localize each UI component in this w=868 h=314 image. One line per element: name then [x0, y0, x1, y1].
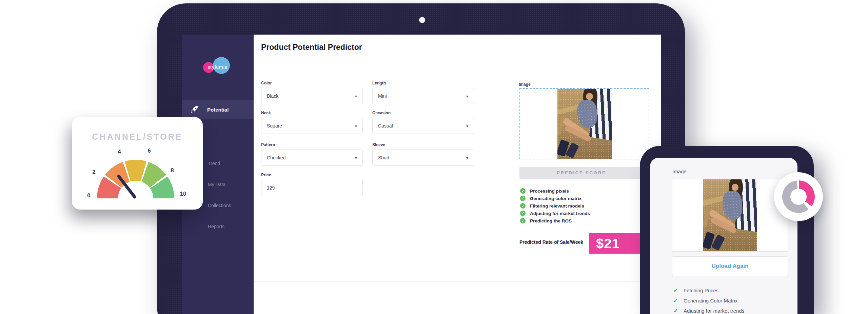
- channel-store-gauge-card: CHANNEL/STORE 0 2 4 6 8 10: [72, 117, 203, 210]
- sidebar-item-collections[interactable]: Collections: [208, 203, 254, 210]
- chevron-down-icon: [355, 123, 357, 129]
- field-label: Pattern: [261, 142, 363, 147]
- image-label: Image: [519, 82, 531, 87]
- step-text: Processing pixels: [530, 189, 569, 194]
- gauge-tick: 10: [180, 191, 186, 197]
- prediction-steps: Processing pixels Generating color matri…: [520, 187, 590, 224]
- page-title: Product Potential Predictor: [261, 43, 362, 52]
- field-label: Color: [261, 81, 363, 85]
- check-circle-icon: [520, 196, 526, 201]
- select-value: Checked: [267, 155, 285, 160]
- check-circle-icon: [520, 188, 526, 194]
- field-price: Price 129: [261, 173, 363, 196]
- step-row: Predicting the ROS: [520, 217, 590, 224]
- logo-text: stylumia: [182, 64, 254, 70]
- check-circle-icon: [520, 203, 526, 209]
- select-value: Short: [378, 155, 389, 160]
- progress-donut-icon: [782, 180, 815, 213]
- gauge-tick: 0: [87, 192, 90, 199]
- chevron-down-icon: [355, 155, 357, 160]
- sleeve-select[interactable]: Short: [372, 150, 474, 166]
- input-value: 129: [267, 185, 275, 191]
- product-photo: [703, 179, 757, 251]
- step-text: Adjusting for market trends: [530, 211, 590, 216]
- chevron-down-icon: [355, 93, 357, 99]
- rocket-icon: [190, 105, 199, 114]
- sidebar-item-label: Potential: [207, 107, 229, 113]
- select-value: Mini: [378, 93, 387, 99]
- field-label: Occasion: [372, 111, 474, 115]
- phone-image-box: [672, 179, 788, 252]
- select-value: Square: [267, 123, 282, 129]
- predicted-rate-label: Predicted Rate of Sale/Week: [519, 239, 583, 245]
- chevron-down-icon: [466, 93, 468, 99]
- step-row: Generating Color Matrix: [673, 295, 744, 306]
- gauge-tick: 8: [171, 167, 174, 174]
- color-select[interactable]: Black: [261, 88, 363, 104]
- step-row: Processing pixels: [520, 187, 590, 195]
- step-row: Adjusting for market trends: [520, 210, 590, 217]
- gauge-tick: 2: [92, 169, 95, 176]
- section-divider: [254, 281, 661, 282]
- field-pattern: Pattern Checked: [261, 142, 363, 166]
- select-value: Black: [267, 93, 278, 99]
- step-row: Fetching Prices: [673, 285, 744, 295]
- check-circle-icon: [520, 211, 526, 216]
- chevron-down-icon: [466, 123, 468, 129]
- step-row: Generating color matrix: [520, 195, 590, 202]
- phone-steps: Fetching Prices Generating Color Matrix …: [673, 285, 744, 314]
- occasion-select[interactable]: Casual: [372, 118, 474, 134]
- field-label: Neck: [261, 111, 363, 115]
- select-value: Casual: [378, 123, 393, 129]
- predicted-rate-value: $21: [596, 236, 620, 251]
- pattern-select[interactable]: Checked: [261, 150, 363, 166]
- field-label: Length: [372, 81, 474, 85]
- step-text: Predicting the ROS: [530, 218, 572, 223]
- sidebar-item-my-data[interactable]: My Data: [208, 182, 254, 189]
- length-select[interactable]: Mini: [372, 88, 474, 104]
- check-icon: [673, 307, 684, 314]
- neck-select[interactable]: Square: [261, 118, 363, 134]
- sidebar-item-reports[interactable]: Reports: [208, 224, 254, 231]
- step-text: Generating color matrix: [530, 196, 581, 201]
- step-text: Generating Color Matrix: [684, 298, 737, 303]
- gauge-tick: 4: [118, 149, 121, 155]
- upload-again-button[interactable]: Upload Again: [672, 256, 788, 276]
- gauge-title: CHANNEL/STORE: [72, 132, 203, 142]
- step-text: Adjusting for market trends: [684, 308, 744, 314]
- product-photo: [557, 89, 612, 159]
- predicted-rate-badge: $21: [589, 233, 644, 254]
- image-label: Image: [672, 169, 687, 174]
- chevron-down-icon: [466, 155, 468, 160]
- marketing-composite: stylumia Potential Trend My Data Collect…: [0, 0, 868, 314]
- step-text: Filtering relevant models: [530, 203, 584, 209]
- step-row: Filtering relevant models: [520, 202, 590, 210]
- predictor-page: Product Potential Predictor Color Black …: [254, 35, 661, 314]
- field-neck: Neck Square: [261, 111, 363, 134]
- field-label: Sleeve: [372, 142, 474, 147]
- field-occasion: Occasion Casual: [372, 111, 474, 134]
- phone-screen: Image Upload Again Fetching Prices Gener…: [650, 158, 797, 314]
- field-length: Length Mini: [372, 81, 474, 104]
- step-text: Fetching Prices: [684, 288, 718, 293]
- camera-dot-icon: [419, 17, 425, 23]
- field-label: Price: [261, 173, 363, 177]
- image-dropzone[interactable]: [519, 88, 649, 159]
- predict-score-button[interactable]: PREDICT SCORE: [519, 167, 644, 179]
- field-color: Color Black: [261, 81, 363, 104]
- check-circle-icon: [520, 218, 526, 223]
- check-icon: [673, 297, 684, 304]
- price-input[interactable]: 129: [261, 180, 363, 196]
- gauge: [97, 160, 174, 198]
- check-icon: [673, 287, 684, 294]
- loader-badge: [774, 172, 823, 221]
- sidebar-item-trend[interactable]: Trend: [208, 161, 254, 168]
- sidebar-item-potential[interactable]: Potential: [182, 100, 254, 119]
- field-sleeve: Sleeve Short: [372, 142, 474, 166]
- gauge-tick: 6: [147, 148, 151, 154]
- step-row: Adjusting for market trends: [673, 306, 744, 314]
